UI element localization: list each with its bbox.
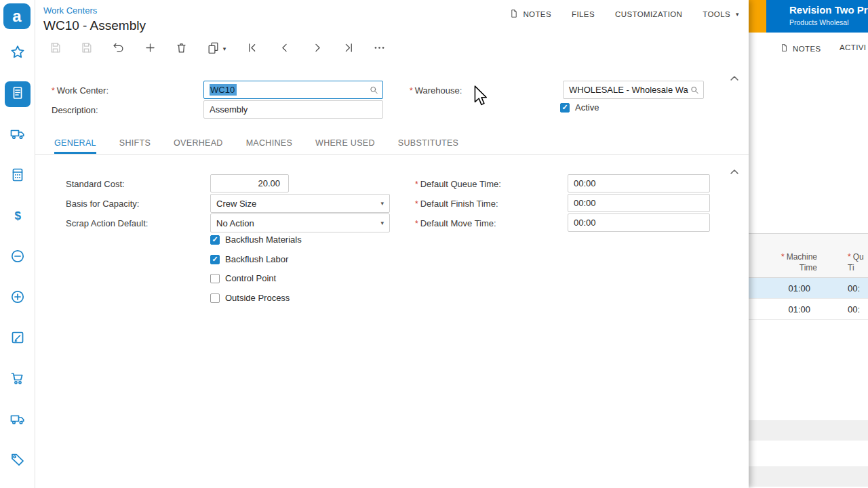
control-point-checkbox[interactable]: Control Point (210, 273, 276, 283)
default-finish-time-input[interactable]: 00:00 (568, 194, 710, 212)
tenant-subtitle: Products Wholesal (789, 18, 849, 26)
default-move-time-input[interactable]: 00:00 (568, 214, 710, 232)
tenant-logo-tile (749, 0, 766, 33)
sidebar-item-purchases[interactable] (5, 367, 31, 392)
sidebar-item-calculator[interactable] (5, 163, 31, 189)
previous-record-button[interactable] (275, 39, 294, 58)
chevron-up-icon (728, 75, 741, 87)
grid-row[interactable]: 01:00 00: (749, 278, 868, 299)
machine-time-cell[interactable]: 01:00 (749, 299, 817, 319)
warehouse-value: WHOLESALE - Wholesale Wa (569, 85, 688, 95)
default-queue-time-input[interactable]: 00:00 (568, 174, 710, 192)
collapse-section-button[interactable] (728, 166, 741, 181)
sidebar-item-edit[interactable] (5, 326, 31, 352)
next-record-button[interactable] (307, 39, 326, 58)
add-new-button[interactable] (140, 39, 159, 58)
caret-down-icon: ▾ (223, 45, 226, 52)
checkbox-box[interactable] (210, 235, 220, 245)
default-finish-time-label: *Default Finish Time: (415, 199, 498, 209)
tab-bar: GENERAL SHIFTS OVERHEAD MACHINES WHERE U… (35, 133, 749, 155)
standard-cost-label: Standard Cost: (66, 179, 125, 189)
page-title: WC10 - Assembly (43, 18, 146, 33)
queue-time-cell[interactable]: 00: (848, 278, 860, 298)
files-label: FILES (572, 10, 595, 18)
sidebar-item-shipments[interactable] (5, 122, 31, 148)
active-checkbox[interactable]: Active (560, 102, 599, 113)
basis-for-capacity-select[interactable]: Crew Size ▾ (210, 194, 390, 213)
sidebar-item-remove[interactable] (5, 245, 31, 270)
first-record-button[interactable] (243, 39, 262, 58)
breadcrumb[interactable]: Work Centers (43, 5, 97, 16)
caret-down-icon: ▾ (736, 11, 739, 18)
sidebar-item-pricing[interactable] (5, 448, 31, 474)
notes-button[interactable]: NOTES (780, 43, 821, 54)
chevron-up-icon (728, 169, 741, 180)
minus-circle-icon (9, 248, 26, 267)
more-options-button[interactable] (370, 39, 389, 58)
tab-shifts[interactable]: SHIFTS (119, 133, 151, 154)
sidebar-item-work-centers[interactable] (5, 81, 31, 107)
backflush-labor-checkbox[interactable]: Backflush Labor (210, 254, 288, 264)
tab-substitutes[interactable]: SUBSTITUTES (398, 133, 458, 154)
cancel-undo-button[interactable] (108, 39, 127, 58)
last-record-icon (342, 41, 355, 57)
tenant-title: Revision Two Pr (789, 4, 868, 16)
customization-button[interactable]: CUSTOMIZATION (615, 10, 682, 18)
caret-down-icon: ▾ (380, 200, 384, 207)
tools-label: TOOLS (703, 10, 730, 18)
sidebar-item-finance[interactable]: $ (5, 204, 31, 230)
active-label: Active (575, 102, 599, 113)
checkbox-box[interactable] (210, 293, 220, 303)
grid-row[interactable]: 01:00 00: (749, 299, 868, 320)
queue-time-column-header[interactable]: *Qu Ti (848, 251, 864, 273)
save-and-close-button[interactable] (45, 39, 64, 58)
notes-button[interactable]: NOTES (509, 9, 551, 20)
backflush-materials-checkbox[interactable]: Backflush Materials (210, 235, 302, 245)
plus-icon (144, 41, 157, 57)
magnifier-icon[interactable] (369, 85, 379, 95)
scrap-action-value: No Action (216, 218, 254, 228)
tab-overhead[interactable]: OVERHEAD (174, 133, 223, 154)
empty-grid-stripe (749, 466, 868, 487)
default-move-time-label: *Default Move Time: (415, 218, 496, 228)
warehouse-input[interactable]: WHOLESALE - Wholesale Wa (563, 81, 704, 99)
required-asterisk: * (415, 199, 418, 209)
tab-where-used[interactable]: WHERE USED (315, 133, 375, 154)
queue-time-cell[interactable]: 00: (848, 299, 860, 319)
copy-pages-icon (207, 41, 220, 57)
app-sidebar: a $ (0, 0, 35, 488)
undo-arrow-icon (112, 41, 125, 57)
save-button[interactable] (77, 39, 96, 58)
acumatica-logo[interactable]: a (3, 3, 31, 29)
truck-icon (9, 411, 26, 430)
activities-button[interactable]: ACTIVI (840, 43, 866, 52)
scrap-action-select[interactable]: No Action ▾ (210, 214, 390, 232)
sidebar-item-favorites[interactable] (5, 41, 31, 66)
tab-general[interactable]: GENERAL (54, 133, 96, 154)
files-button[interactable]: FILES (572, 10, 595, 18)
logo-letter: a (12, 7, 21, 26)
delete-button[interactable] (172, 39, 191, 58)
checkbox-box[interactable] (210, 274, 220, 283)
tab-machines[interactable]: MACHINES (246, 133, 292, 154)
machine-time-column-header[interactable]: *Machine Time (781, 251, 817, 273)
default-queue-time-label: *Default Queue Time: (415, 179, 501, 189)
sidebar-item-add[interactable] (5, 285, 31, 311)
collapse-summary-button[interactable] (728, 73, 741, 87)
last-record-button[interactable] (338, 39, 357, 58)
outside-process-checkbox[interactable]: Outside Process (210, 293, 290, 303)
standard-cost-input[interactable]: 20.00 (210, 174, 289, 192)
sidebar-item-deliveries[interactable] (5, 407, 31, 433)
magnifier-icon[interactable] (690, 85, 700, 95)
background-window: Revision Two Pr Products Wholesal NOTES … (749, 0, 868, 488)
work-center-input[interactable]: WC10 (203, 81, 383, 99)
tools-button[interactable]: TOOLS ▾ (703, 10, 739, 18)
activities-label: ACTIVI (840, 43, 866, 52)
machine-time-cell[interactable]: 01:00 (749, 278, 817, 298)
description-input[interactable]: Assembly (203, 100, 383, 119)
checkbox-box[interactable] (560, 103, 570, 113)
copy-paste-button[interactable]: ▾ (203, 39, 230, 58)
checkbox-box[interactable] (210, 255, 220, 264)
floppy-disk-icon (80, 41, 93, 57)
checkbox-label: Outside Process (225, 293, 290, 303)
